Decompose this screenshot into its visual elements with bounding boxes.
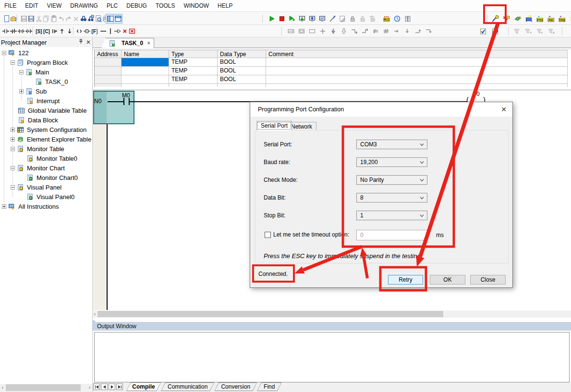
tree-item-all-instructions[interactable]: All Instructions (2, 202, 59, 211)
ladder-horizontal-scrollbar[interactable]: ‹ (93, 310, 571, 318)
function-f-icon[interactable]: [F] (90, 26, 99, 36)
stop-bit-dropdown[interactable]: 1 (356, 211, 427, 220)
tree-item-visual-panel0[interactable]: Visual Panel0 (19, 192, 74, 202)
tree-scrollbar-thumb[interactable] (6, 384, 81, 391)
ip-config-icon[interactable]: iP (524, 14, 533, 24)
contact-falling-icon[interactable] (24, 26, 33, 36)
rail-split-icon[interactable] (371, 26, 380, 36)
first-tab-icon[interactable] (93, 383, 100, 390)
check-mode-dropdown[interactable]: No Parity (356, 175, 427, 185)
monitor-online-icon[interactable] (317, 14, 327, 24)
lab-label-icon[interactable]: LAB (286, 26, 295, 36)
scroll-left-icon[interactable]: ‹ (0, 384, 5, 391)
check-double-icon[interactable] (490, 26, 499, 36)
tree-item-system-configuration[interactable]: System Configuration (11, 125, 86, 134)
pid-wizard-icon[interactable]: »PID (546, 14, 555, 24)
write-edit-icon[interactable] (338, 14, 347, 24)
column-header-name[interactable]: Name (121, 50, 169, 58)
tree-item-monitor-chart0[interactable]: Monitor Chart0 (19, 173, 78, 182)
window-layout-icon[interactable] (113, 14, 122, 24)
menu-tools[interactable]: TOOLS (151, 2, 179, 9)
scroll-right-icon[interactable]: › (87, 384, 92, 391)
table-cell[interactable] (266, 58, 568, 67)
column-header-type[interactable]: Type (169, 50, 218, 58)
expander-minus-icon[interactable] (11, 185, 15, 190)
expander-plus-icon[interactable] (19, 89, 24, 94)
unlock-all-icon[interactable] (368, 14, 377, 24)
output-tab-communication[interactable]: CommunicationCommunication (161, 382, 214, 391)
menu-plc[interactable]: PLC (102, 2, 122, 9)
tree-item-122[interactable]: 122 (2, 48, 29, 58)
close-button[interactable]: Close (470, 275, 506, 285)
open-file-icon[interactable] (10, 14, 19, 24)
run-download-icon[interactable] (287, 14, 296, 24)
timeout-checkbox[interactable] (265, 232, 271, 238)
download-plc-icon[interactable] (297, 14, 306, 24)
tree-item-data-block[interactable]: Data Block (11, 115, 58, 125)
pin-icon[interactable] (77, 39, 85, 46)
column-header-data-type[interactable]: Data Type (218, 50, 266, 58)
output-tab-find[interactable]: FindFind (257, 382, 281, 391)
expander-plus-icon[interactable] (11, 128, 15, 132)
timeout-input[interactable]: 0 (356, 230, 427, 240)
tree-item-main[interactable]: Main (19, 67, 49, 77)
m-wizard-icon[interactable]: M (568, 14, 571, 24)
table-cell[interactable] (121, 67, 169, 75)
table-cell[interactable]: BOOL (218, 58, 266, 67)
rect-double-icon[interactable] (297, 26, 306, 36)
table-cell[interactable] (95, 75, 121, 84)
upload-plc-icon[interactable] (307, 14, 316, 24)
arrow-down2-icon[interactable] (402, 26, 412, 36)
instruction-book-icon[interactable] (403, 14, 412, 24)
column-header-comment[interactable]: Comment (266, 50, 568, 58)
arrow-down-fill-icon[interactable] (328, 26, 338, 36)
arc-up-icon[interactable] (413, 26, 422, 36)
table-cell[interactable] (266, 75, 568, 84)
run-play-icon[interactable] (267, 14, 276, 24)
menu-help[interactable]: HELP (213, 2, 237, 9)
menu-debug[interactable]: DEBUG (122, 2, 151, 9)
menu-view[interactable]: VIEW (43, 2, 66, 9)
table-cell[interactable] (95, 58, 121, 67)
board-config-icon[interactable] (513, 14, 522, 24)
table-cell[interactable] (266, 84, 568, 87)
tree-item-task-0[interactable]: TASK_0 (28, 77, 68, 86)
dialog-title-bar[interactable]: Programming Port Configuration ✕ (250, 102, 512, 117)
scroll-left-icon[interactable]: ‹ (93, 311, 97, 318)
funnel-right-icon[interactable] (523, 26, 533, 36)
stop-icon[interactable] (277, 14, 286, 24)
output-tab-compile[interactable]: CompileCompile (126, 382, 161, 391)
tpid-wizard-icon[interactable]: »TPID (557, 14, 566, 24)
table-cell[interactable] (95, 84, 121, 87)
delete-row-icon[interactable] (127, 26, 136, 36)
lock-icon[interactable] (348, 14, 357, 24)
timeout-checkbox-label[interactable]: Let me set the timeout option: (273, 231, 349, 238)
serial-port-config-icon[interactable] (491, 14, 500, 24)
funnel-left-icon[interactable] (535, 26, 544, 36)
menu-file[interactable]: FILE (0, 2, 21, 9)
baud-rate-dropdown[interactable]: 19,200 (356, 157, 427, 167)
rail-split2-icon[interactable] (381, 26, 390, 36)
menu-edit[interactable]: EDIT (21, 2, 42, 9)
table-cell[interactable] (95, 67, 121, 75)
menu-drawing[interactable]: DRAWING (66, 2, 102, 9)
cross-plus-icon[interactable] (318, 26, 327, 36)
data-bit-dropdown[interactable]: 8 (356, 193, 427, 202)
table-cell[interactable] (121, 58, 169, 67)
tree-horizontal-scrollbar[interactable]: ‹ › (0, 384, 92, 392)
tab-task0[interactable]: TASK_0 × (101, 38, 154, 48)
tree-item-program-block[interactable]: Program Block (11, 58, 68, 67)
tree-item-global-variable-table[interactable]: Global Variable Table (11, 106, 86, 115)
arrow-down-outline-icon[interactable] (339, 26, 348, 36)
table-cell[interactable]: TEMP (169, 67, 218, 75)
table-cell[interactable] (266, 67, 568, 75)
tree-item-element-explorer-table[interactable]: Element Explorer Table (11, 134, 91, 144)
tab-serial-port[interactable]: Serial Port (256, 121, 292, 131)
column-header-address[interactable]: Address (95, 50, 121, 58)
tree-item-monitor-table[interactable]: Monitor Table (11, 144, 64, 154)
tree-item-monitor-table0[interactable]: Monitor Table0 (19, 154, 77, 163)
tree-item-interrupt[interactable]: Interrupt (19, 96, 60, 106)
table-cell[interactable]: BOOL (218, 75, 266, 84)
expander-minus-icon[interactable] (11, 166, 15, 170)
output-tab-conversion[interactable]: ConversionConversion (214, 382, 257, 391)
